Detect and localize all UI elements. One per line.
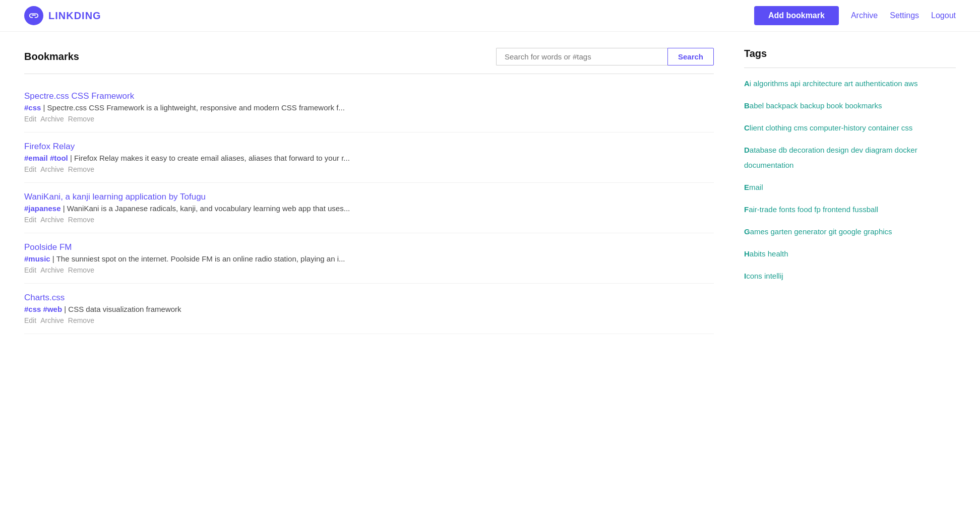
brand-logo-link[interactable]: LINKDING	[24, 6, 101, 25]
bookmark-action-edit[interactable]: Edit	[24, 266, 36, 274]
bookmark-title-link[interactable]: Firefox Relay	[24, 142, 714, 152]
bookmark-action-archive[interactable]: Archive	[40, 216, 64, 224]
tag-link[interactable]: css	[901, 123, 913, 132]
tag-link[interactable]: garten	[771, 227, 792, 236]
tag-group: Database db decoration design dev diagra…	[744, 143, 956, 173]
bookmark-item: Charts.css#css #web | CSS data visualiza…	[24, 284, 714, 334]
tag-link[interactable]: git	[829, 227, 837, 236]
tag-link[interactable]: book	[826, 101, 843, 110]
tag-line: Babel backpack backup book bookmarks	[744, 98, 956, 113]
tag-group-first[interactable]: D	[744, 146, 750, 154]
tag-link[interactable]: decoration	[789, 146, 824, 154]
tag-link[interactable]: computer-history	[810, 123, 866, 132]
tag-group: Email	[744, 180, 956, 195]
bookmark-tag[interactable]: #css	[24, 103, 41, 112]
tag-link[interactable]: air-trade	[749, 205, 777, 214]
bookmark-action-archive[interactable]: Archive	[40, 316, 64, 324]
tag-group-first[interactable]: C	[744, 123, 750, 132]
tag-link[interactable]: abits	[750, 249, 766, 258]
tag-link[interactable]: health	[768, 249, 788, 258]
bookmark-action-edit[interactable]: Edit	[24, 115, 36, 123]
tag-link[interactable]: diagram	[865, 146, 892, 154]
bookmark-action-edit[interactable]: Edit	[24, 216, 36, 224]
bookmark-description: #css | Spectre.css CSS Framework is a li…	[24, 103, 714, 112]
bookmark-action-remove[interactable]: Remove	[68, 115, 94, 123]
tag-link[interactable]: design	[827, 146, 849, 154]
tag-group-first[interactable]: H	[744, 249, 750, 258]
bookmark-action-archive[interactable]: Archive	[40, 115, 64, 123]
bookmark-action-remove[interactable]: Remove	[68, 165, 94, 173]
tag-link[interactable]: architecture	[803, 79, 842, 88]
tag-line: Fair-trade fonts food fp frontend fussba…	[744, 202, 956, 217]
tag-link[interactable]: ames	[750, 227, 769, 236]
tag-link[interactable]: documentation	[744, 161, 793, 169]
tag-group: Fair-trade fonts food fp frontend fussba…	[744, 202, 956, 217]
bookmark-title-link[interactable]: Poolside FM	[24, 242, 714, 252]
tag-link[interactable]: backpack	[766, 101, 798, 110]
bookmark-action-edit[interactable]: Edit	[24, 316, 36, 324]
tag-link[interactable]: art	[844, 79, 853, 88]
tag-link[interactable]: food	[798, 205, 812, 214]
bookmark-actions: EditArchiveRemove	[24, 266, 714, 274]
tag-link[interactable]: intellij	[764, 272, 783, 280]
bookmark-description: #email #tool | Firefox Relay makes it ea…	[24, 154, 714, 162]
bookmark-tag[interactable]: #japanese	[24, 204, 61, 213]
brand-name-text: LINKDING	[48, 10, 101, 22]
tag-link[interactable]: google	[839, 227, 862, 236]
bookmark-action-remove[interactable]: Remove	[68, 216, 94, 224]
tag-link[interactable]: mail	[749, 183, 763, 191]
tag-link[interactable]: backup	[800, 101, 824, 110]
tag-link[interactable]: lient	[750, 123, 764, 132]
tag-link[interactable]: frontend	[823, 205, 850, 214]
tag-group-first[interactable]: A	[744, 79, 750, 88]
bookmark-tag[interactable]: #music	[24, 254, 50, 263]
bookmark-tag[interactable]: #tool	[50, 154, 68, 162]
tag-link[interactable]: cons	[746, 272, 762, 280]
tag-group: Babel backpack backup book bookmarks	[744, 98, 956, 113]
tag-link[interactable]: authentication	[855, 79, 902, 88]
archive-link[interactable]: Archive	[851, 11, 878, 20]
tag-group: Client clothing cms computer-history con…	[744, 120, 956, 136]
logo-svg	[28, 10, 39, 21]
search-input[interactable]	[496, 48, 667, 65]
bookmark-action-archive[interactable]: Archive	[40, 165, 64, 173]
tag-link[interactable]: generator	[794, 227, 826, 236]
tag-link[interactable]: fp	[814, 205, 821, 214]
bookmark-action-archive[interactable]: Archive	[40, 266, 64, 274]
tag-link[interactable]: i	[750, 79, 751, 88]
tag-link[interactable]: aws	[904, 79, 918, 88]
bookmark-description: #music | The sunniest spot on the intern…	[24, 254, 714, 263]
bookmark-action-remove[interactable]: Remove	[68, 266, 94, 274]
tag-link[interactable]: clothing	[766, 123, 792, 132]
tag-link[interactable]: api	[790, 79, 801, 88]
bookmark-title-link[interactable]: Spectre.css CSS Framework	[24, 91, 714, 101]
bookmark-item: Spectre.css CSS Framework#css | Spectre.…	[24, 82, 714, 133]
bookmark-action-remove[interactable]: Remove	[68, 316, 94, 324]
tag-group-first[interactable]: E	[744, 183, 749, 191]
tag-link[interactable]: graphics	[864, 227, 892, 236]
bookmark-tag[interactable]: #email	[24, 154, 48, 162]
tag-link[interactable]: algorithms	[753, 79, 788, 88]
tag-link[interactable]: docker	[895, 146, 917, 154]
bookmark-action-edit[interactable]: Edit	[24, 165, 36, 173]
tag-link[interactable]: cms	[793, 123, 808, 132]
tag-link[interactable]: abel	[750, 101, 764, 110]
tag-link[interactable]: bookmarks	[845, 101, 882, 110]
tag-group-first[interactable]: F	[744, 205, 749, 214]
settings-link[interactable]: Settings	[890, 11, 919, 20]
bookmark-title-link[interactable]: WaniKani, a kanji learning application b…	[24, 192, 714, 202]
logout-link[interactable]: Logout	[931, 11, 956, 20]
add-bookmark-button[interactable]: Add bookmark	[754, 6, 839, 25]
search-button[interactable]: Search	[667, 48, 714, 65]
tag-link[interactable]: dev	[851, 146, 863, 154]
tag-link[interactable]: db	[778, 146, 787, 154]
tag-link[interactable]: fussball	[852, 205, 878, 214]
bookmark-tag[interactable]: #web	[43, 305, 63, 313]
tag-link[interactable]: container	[868, 123, 899, 132]
bookmark-tag[interactable]: #css	[24, 305, 41, 313]
bookmark-title-link[interactable]: Charts.css	[24, 293, 714, 303]
tag-link[interactable]: fonts	[779, 205, 795, 214]
tag-group-first[interactable]: G	[744, 227, 750, 236]
tag-group-first[interactable]: B	[744, 101, 750, 110]
tag-link[interactable]: atabase	[750, 146, 776, 154]
